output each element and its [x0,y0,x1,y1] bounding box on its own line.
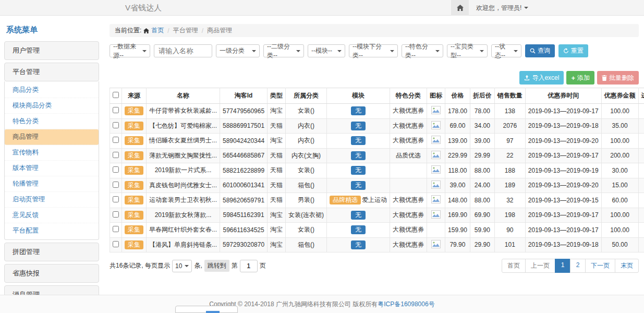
price: 169.90 [445,208,470,223]
sales-count: 90 [494,223,525,238]
source-badge: 采集 [125,240,143,249]
row-checkbox[interactable] [113,182,119,188]
upload-icon [524,75,530,81]
coupon-time: 2019-09-13—2019-09-18 [525,237,601,252]
product-category: 内衣() [286,118,327,134]
page-number-input[interactable] [240,260,258,272]
module-badge[interactable]: 无 [351,136,366,145]
page-button-末页[interactable]: 末页 [615,259,639,273]
product-icon [431,240,441,248]
row-checkbox[interactable] [113,152,119,158]
featured-category [390,163,427,178]
filter-bar: --数据来源--一级分类--二级分类----模块----模块下分类----特色分… [110,44,639,57]
sidebar-item-group-buy-management[interactable]: 拼团管理 [4,243,99,261]
module-badge[interactable]: 无 [351,181,366,190]
chevron-down-icon [142,50,147,52]
chevron-down-icon [185,265,189,267]
filter-select-featured-category[interactable]: --特色分类-- [402,44,443,57]
jump-button[interactable]: 跳转到 [204,260,229,272]
sidebar-item-splash-page-management[interactable]: 启动页管理 [5,192,99,208]
row-checkbox[interactable] [113,241,119,247]
plus-icon: + [571,74,575,82]
row-checkbox[interactable] [113,226,119,232]
filter-select-module-subcategory[interactable]: --模块下分类-- [349,44,398,57]
row-checkbox[interactable] [113,166,119,173]
table-row: 采集牛仔背带裤女秋装减龄...577479560965淘宝女装()无大额优惠券1… [110,104,644,119]
breadcrumb-prefix: 当前位置: [115,26,141,35]
module-badge[interactable]: 无 [351,106,366,115]
sidebar-item-platform-management[interactable]: 平台管理 [4,63,99,81]
filter-select-status[interactable]: --状态-- [491,44,521,57]
batch-delete-button[interactable]: 批量删除 [597,71,639,85]
row-checkbox[interactable] [113,211,119,218]
column-header-5: 模块 [327,88,390,104]
module-badge[interactable]: 无 [351,166,366,175]
page-button-下一页[interactable]: 下一页 [585,259,615,273]
sidebar-item-feedback[interactable]: 意见反馈 [5,208,99,223]
icp-link[interactable]: 粤ICP备16098006号 [378,300,434,309]
filter-select-item-type[interactable]: --宝贝类型-- [447,44,488,57]
select-all-checkbox[interactable] [113,92,119,98]
row-checkbox[interactable] [113,137,119,143]
product-icon [431,210,441,219]
filter-select-level2-category[interactable]: --二级分类-- [263,44,304,57]
filter-select-level1-category[interactable]: 一级分类 [216,44,260,57]
module-badge[interactable]: 品牌精选 [330,196,361,204]
page-button-上一页: 上一页 [525,259,555,273]
featured-category: 大额优惠券 [390,118,427,134]
sidebar-item-product-management[interactable]: 商品管理 [5,129,99,145]
row-checkbox[interactable] [113,196,119,202]
row-checkbox[interactable] [113,122,119,128]
sidebar-item-carousel-management[interactable]: 轮播管理 [5,176,99,192]
product-category: 男装() [286,193,327,208]
page-button-2[interactable]: 2 [570,259,586,273]
module-cell: 无 [330,106,387,115]
filter-select-label: --特色分类-- [405,42,433,60]
price: 39.00 [445,178,470,193]
filter-input-name[interactable] [154,44,212,57]
select-all-checkbox-cell [110,88,122,104]
filter-select-module[interactable]: --模块-- [308,44,345,57]
featured-category: 大额优惠券 [390,237,427,252]
search-button[interactable]: 查询 [525,44,555,57]
row-checkbox[interactable] [113,107,119,113]
sidebar-item-product-category[interactable]: 商品分类 [5,82,99,98]
breadcrumb-item: 商品管理 [207,26,232,35]
reset-button[interactable]: 重置 [558,44,588,57]
user-menu[interactable]: 欢迎您，管理员! [469,0,528,16]
page-button-1[interactable]: 1 [555,259,570,273]
featured-category: 大额优惠券 [390,208,427,223]
filter-select-label: --模块-- [311,46,332,55]
featured-category: 大额优惠券 [390,223,427,238]
breadcrumb-home-link[interactable]: 首页 [151,26,164,35]
breadcrumb-item: 平台管理 [173,26,198,35]
coupon-amount: 100.00 [601,208,638,223]
source-badge: 采集 [125,106,143,115]
sidebar-item-message-management[interactable]: 消息管理 [4,285,99,295]
sidebar-item-version-management[interactable]: 版本管理 [5,161,99,176]
sidebar-item-module-product-category[interactable]: 模块商品分类 [5,98,99,114]
module-cell: 无 [330,151,387,160]
price: 79.90 [445,237,470,252]
add-button[interactable]: + 添加 [566,71,594,85]
sidebar-item-promo-materials[interactable]: 宣传物料 [5,145,99,161]
sidebar-item-user-management[interactable]: 用户管理 [4,41,99,60]
module-badge[interactable]: 无 [351,122,366,130]
chevron-down-icon [252,50,256,52]
sidebar-item-platform-config[interactable]: 平台配置 [5,223,99,238]
home-button[interactable] [451,0,469,16]
page-size-select[interactable]: 10 [172,260,192,272]
module-badge[interactable]: 无 [351,240,366,249]
module-badge[interactable]: 无 [351,225,366,234]
module-badge[interactable]: 无 [351,151,366,160]
import-excel-button[interactable]: 导入excel [519,71,564,85]
filter-select-data-source[interactable]: --数据来源-- [110,44,150,57]
product-category: 箱包() [286,178,327,193]
taoke-id: 597293020870 [220,237,268,252]
sidebar-item-express-news[interactable]: 省惠快报 [4,264,99,283]
product-type: 淘宝 [268,104,286,119]
welcome-text: 欢迎您，管理员! [476,4,521,13]
featured-category: 大额优惠券 [390,193,427,208]
module-badge[interactable]: 无 [351,211,366,220]
sidebar-item-featured-category[interactable]: 特色分类 [5,114,99,129]
